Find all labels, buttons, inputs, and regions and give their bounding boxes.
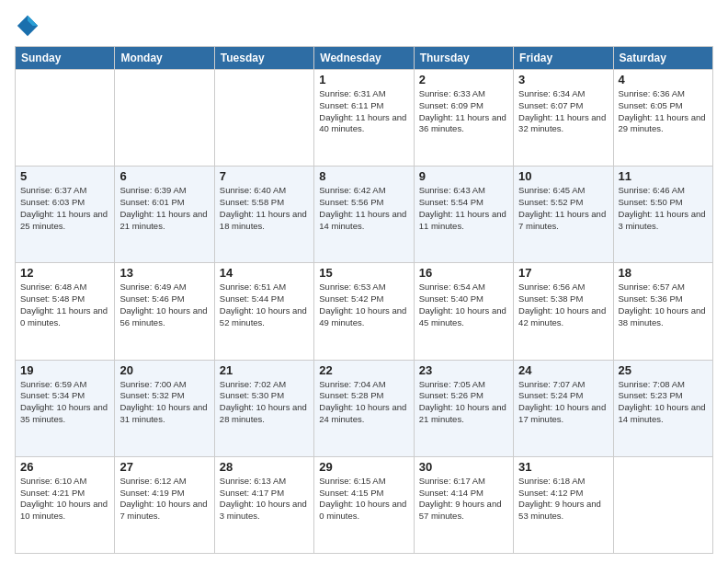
day-cell: 11Sunrise: 6:46 AM Sunset: 5:50 PM Dayli…: [613, 167, 712, 263]
col-header-friday: Friday: [514, 47, 613, 70]
day-number: 9: [419, 169, 508, 183]
day-cell: 1Sunrise: 6:31 AM Sunset: 6:11 PM Daylig…: [314, 70, 414, 167]
logo-icon: [15, 13, 40, 39]
week-row-2: 5Sunrise: 6:37 AM Sunset: 6:03 PM Daylig…: [16, 167, 713, 263]
week-row-5: 26Sunrise: 6:10 AM Sunset: 4:21 PM Dayli…: [16, 456, 713, 553]
day-number: 28: [220, 460, 309, 474]
day-number: 21: [220, 363, 309, 377]
day-number: 11: [619, 169, 708, 183]
day-cell: 4Sunrise: 6:36 AM Sunset: 6:05 PM Daylig…: [613, 70, 712, 167]
day-cell: 23Sunrise: 7:05 AM Sunset: 5:26 PM Dayli…: [414, 360, 513, 456]
day-number: 27: [119, 460, 209, 474]
day-info: Sunrise: 6:56 AM Sunset: 5:38 PM Dayligh…: [518, 282, 608, 328]
week-row-4: 19Sunrise: 6:59 AM Sunset: 5:34 PM Dayli…: [16, 360, 713, 456]
day-number: 7: [220, 169, 309, 183]
day-number: 23: [419, 363, 508, 377]
day-number: 13: [119, 266, 209, 280]
day-cell: 18Sunrise: 6:57 AM Sunset: 5:36 PM Dayli…: [613, 263, 712, 360]
day-number: 5: [20, 169, 109, 183]
day-info: Sunrise: 6:10 AM Sunset: 4:21 PM Dayligh…: [20, 476, 109, 523]
day-number: 22: [319, 363, 408, 377]
day-info: Sunrise: 6:49 AM Sunset: 5:46 PM Dayligh…: [119, 282, 209, 328]
day-info: Sunrise: 7:02 AM Sunset: 5:30 PM Dayligh…: [220, 379, 309, 426]
day-number: 31: [518, 460, 608, 474]
day-cell: 24Sunrise: 7:07 AM Sunset: 5:24 PM Dayli…: [514, 360, 613, 456]
day-cell: 7Sunrise: 6:40 AM Sunset: 5:58 PM Daylig…: [214, 167, 313, 263]
day-info: Sunrise: 6:31 AM Sunset: 6:11 PM Dayligh…: [319, 88, 408, 135]
day-number: 8: [319, 169, 408, 183]
day-number: 17: [518, 266, 608, 280]
day-info: Sunrise: 6:34 AM Sunset: 6:07 PM Dayligh…: [518, 88, 608, 135]
calendar: SundayMondayTuesdayWednesdayThursdayFrid…: [15, 46, 713, 554]
day-number: 20: [119, 363, 209, 377]
week-row-1: 1Sunrise: 6:31 AM Sunset: 6:11 PM Daylig…: [16, 70, 713, 167]
day-cell: 9Sunrise: 6:43 AM Sunset: 5:54 PM Daylig…: [414, 167, 513, 263]
day-cell: 8Sunrise: 6:42 AM Sunset: 5:56 PM Daylig…: [314, 167, 414, 263]
day-info: Sunrise: 6:42 AM Sunset: 5:56 PM Dayligh…: [319, 185, 408, 232]
day-info: Sunrise: 7:04 AM Sunset: 5:28 PM Dayligh…: [319, 379, 408, 426]
day-info: Sunrise: 6:54 AM Sunset: 5:40 PM Dayligh…: [419, 282, 508, 328]
day-cell: [214, 70, 313, 167]
day-info: Sunrise: 6:39 AM Sunset: 6:01 PM Dayligh…: [119, 185, 209, 232]
day-info: Sunrise: 6:43 AM Sunset: 5:54 PM Dayligh…: [419, 185, 508, 232]
day-info: Sunrise: 6:13 AM Sunset: 4:17 PM Dayligh…: [220, 476, 309, 523]
day-info: Sunrise: 6:46 AM Sunset: 5:50 PM Dayligh…: [619, 185, 708, 232]
day-cell: [613, 456, 712, 553]
day-cell: 20Sunrise: 7:00 AM Sunset: 5:32 PM Dayli…: [115, 360, 214, 456]
day-cell: 29Sunrise: 6:15 AM Sunset: 4:15 PM Dayli…: [314, 456, 414, 553]
col-header-monday: Monday: [115, 47, 214, 70]
day-cell: 2Sunrise: 6:33 AM Sunset: 6:09 PM Daylig…: [414, 70, 513, 167]
col-header-tuesday: Tuesday: [214, 47, 313, 70]
day-info: Sunrise: 6:37 AM Sunset: 6:03 PM Dayligh…: [20, 185, 109, 232]
day-cell: 19Sunrise: 6:59 AM Sunset: 5:34 PM Dayli…: [16, 360, 115, 456]
logo: [15, 13, 44, 39]
day-cell: 14Sunrise: 6:51 AM Sunset: 5:44 PM Dayli…: [214, 263, 313, 360]
day-cell: [115, 70, 214, 167]
col-header-thursday: Thursday: [414, 47, 513, 70]
day-number: 19: [20, 363, 109, 377]
day-info: Sunrise: 7:08 AM Sunset: 5:23 PM Dayligh…: [619, 379, 708, 426]
day-cell: 30Sunrise: 6:17 AM Sunset: 4:14 PM Dayli…: [414, 456, 513, 553]
day-info: Sunrise: 6:18 AM Sunset: 4:12 PM Dayligh…: [518, 476, 608, 523]
day-info: Sunrise: 6:57 AM Sunset: 5:36 PM Dayligh…: [619, 282, 708, 328]
calendar-header-row: SundayMondayTuesdayWednesdayThursdayFrid…: [16, 47, 713, 70]
week-row-3: 12Sunrise: 6:48 AM Sunset: 5:48 PM Dayli…: [16, 263, 713, 360]
day-number: 15: [319, 266, 408, 280]
day-cell: 28Sunrise: 6:13 AM Sunset: 4:17 PM Dayli…: [214, 456, 313, 553]
day-number: 30: [419, 460, 508, 474]
day-number: 1: [319, 73, 408, 86]
day-cell: 31Sunrise: 6:18 AM Sunset: 4:12 PM Dayli…: [514, 456, 613, 553]
day-number: 12: [20, 266, 109, 280]
day-cell: [16, 70, 115, 167]
day-number: 29: [319, 460, 408, 474]
day-info: Sunrise: 6:36 AM Sunset: 6:05 PM Dayligh…: [619, 88, 708, 135]
day-cell: 22Sunrise: 7:04 AM Sunset: 5:28 PM Dayli…: [314, 360, 414, 456]
day-number: 6: [119, 169, 209, 183]
day-number: 25: [619, 363, 708, 377]
day-number: 10: [518, 169, 608, 183]
day-cell: 13Sunrise: 6:49 AM Sunset: 5:46 PM Dayli…: [115, 263, 214, 360]
day-info: Sunrise: 6:40 AM Sunset: 5:58 PM Dayligh…: [220, 185, 309, 232]
day-cell: 12Sunrise: 6:48 AM Sunset: 5:48 PM Dayli…: [16, 263, 115, 360]
col-header-saturday: Saturday: [613, 47, 712, 70]
day-number: 24: [518, 363, 608, 377]
day-info: Sunrise: 6:48 AM Sunset: 5:48 PM Dayligh…: [20, 282, 109, 328]
header: [15, 9, 713, 39]
day-number: 18: [619, 266, 708, 280]
day-cell: 10Sunrise: 6:45 AM Sunset: 5:52 PM Dayli…: [514, 167, 613, 263]
day-number: 2: [419, 73, 508, 86]
day-info: Sunrise: 6:45 AM Sunset: 5:52 PM Dayligh…: [518, 185, 608, 232]
day-cell: 17Sunrise: 6:56 AM Sunset: 5:38 PM Dayli…: [514, 263, 613, 360]
day-cell: 26Sunrise: 6:10 AM Sunset: 4:21 PM Dayli…: [16, 456, 115, 553]
day-number: 16: [419, 266, 508, 280]
day-cell: 16Sunrise: 6:54 AM Sunset: 5:40 PM Dayli…: [414, 263, 513, 360]
day-number: 4: [619, 73, 708, 86]
day-cell: 15Sunrise: 6:53 AM Sunset: 5:42 PM Dayli…: [314, 263, 414, 360]
day-info: Sunrise: 6:17 AM Sunset: 4:14 PM Dayligh…: [419, 476, 508, 523]
day-info: Sunrise: 6:59 AM Sunset: 5:34 PM Dayligh…: [20, 379, 109, 426]
day-number: 14: [220, 266, 309, 280]
day-info: Sunrise: 6:51 AM Sunset: 5:44 PM Dayligh…: [220, 282, 309, 328]
day-cell: 5Sunrise: 6:37 AM Sunset: 6:03 PM Daylig…: [16, 167, 115, 263]
day-cell: 3Sunrise: 6:34 AM Sunset: 6:07 PM Daylig…: [514, 70, 613, 167]
day-number: 3: [518, 73, 608, 86]
